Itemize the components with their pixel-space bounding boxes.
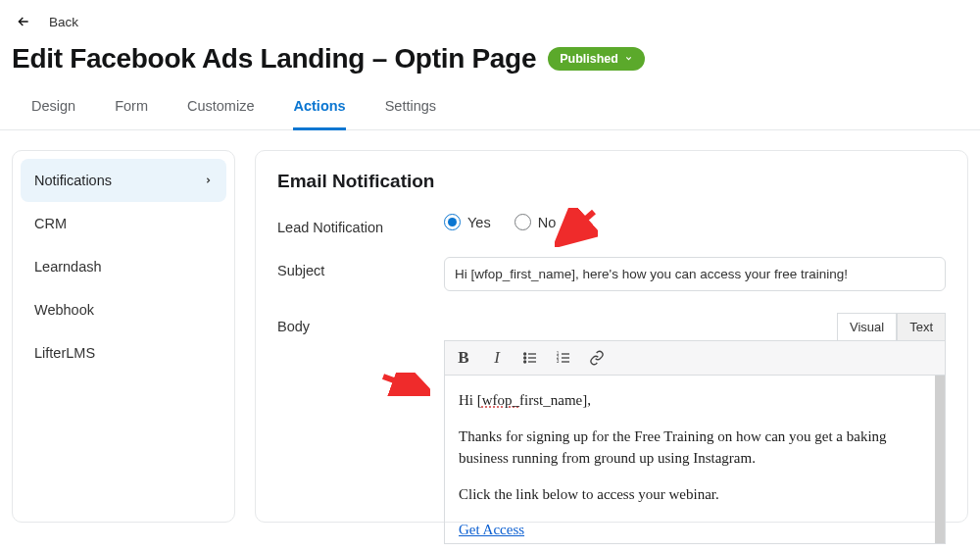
sidebar-item-notifications[interactable]: Notifications [21, 159, 226, 202]
back-label[interactable]: Back [49, 15, 78, 29]
subject-label: Subject [277, 257, 444, 278]
get-access-link[interactable]: Get Access [459, 522, 524, 537]
tab-actions[interactable]: Actions [293, 86, 345, 130]
lead-notification-label: Lead Notification [277, 214, 444, 235]
italic-icon[interactable]: I [486, 347, 508, 369]
body-editor[interactable]: Hi [wfop_first_name], Thanks for signing… [444, 376, 946, 544]
svg-point-2 [524, 357, 526, 359]
sidebar-item-label: Learndash [34, 259, 102, 275]
tab-customize[interactable]: Customize [187, 86, 255, 129]
numbered-list-icon[interactable]: 123 [553, 347, 574, 369]
status-badge-label: Published [560, 52, 618, 66]
svg-text:3: 3 [557, 359, 560, 364]
radio-icon [514, 214, 531, 230]
row-body: Body Visual Text B I 123 [277, 313, 946, 544]
sidebar-item-label: Notifications [34, 173, 112, 188]
sidebar-item-label: Webhook [34, 302, 94, 318]
scrollbar[interactable] [935, 376, 945, 543]
editor-tabs: Visual Text [444, 313, 946, 340]
radio-label: No [538, 215, 557, 230]
radio-yes[interactable]: Yes [444, 214, 491, 230]
sidebar-item-learndash[interactable]: Learndash [21, 245, 226, 288]
sidebar-item-crm[interactable]: CRM [21, 202, 226, 245]
radio-label: Yes [467, 215, 491, 230]
bold-icon[interactable]: B [453, 347, 474, 369]
svg-point-0 [524, 353, 526, 355]
chevron-right-icon [204, 173, 213, 188]
section-heading: Email Notification [277, 171, 946, 192]
editor-tab-visual[interactable]: Visual [837, 313, 897, 340]
title-row: Edit Facebook Ads Landing – Optin Page P… [0, 29, 980, 86]
page-title: Edit Facebook Ads Landing – Optin Page [12, 43, 536, 75]
bulleted-list-icon[interactable] [519, 347, 541, 369]
tab-design[interactable]: Design [31, 86, 75, 129]
chevron-down-icon [624, 52, 633, 66]
sidebar: Notifications CRM Learndash Webhook Lift… [12, 150, 235, 523]
main-area: Notifications CRM Learndash Webhook Lift… [0, 130, 980, 542]
content-panel: Email Notification Lead Notification Yes… [255, 150, 968, 523]
body-paragraph-2: Click the link below to access your webi… [459, 483, 931, 506]
body-paragraph-1: Thanks for signing up for the Free Train… [459, 426, 931, 470]
svg-point-4 [524, 361, 526, 363]
sidebar-item-label: CRM [34, 216, 67, 231]
sidebar-item-label: LifterLMS [34, 345, 95, 361]
tab-form[interactable]: Form [115, 86, 148, 129]
body-label: Body [277, 313, 444, 334]
back-row: Back [0, 0, 980, 29]
link-icon[interactable] [586, 347, 608, 369]
editor-toolbar: B I 123 [444, 340, 946, 376]
editor-tab-text[interactable]: Text [897, 313, 946, 340]
tabs: Design Form Customize Actions Settings [0, 86, 980, 130]
status-badge[interactable]: Published [548, 47, 645, 71]
tab-settings[interactable]: Settings [385, 86, 436, 129]
sidebar-item-lifterlms[interactable]: LifterLMS [21, 331, 226, 375]
back-icon[interactable] [16, 14, 31, 29]
row-lead-notification: Lead Notification Yes No [277, 214, 946, 235]
radio-icon [444, 214, 461, 230]
body-line-greeting: Hi [wfop_first_name], [459, 389, 931, 412]
subject-input[interactable] [444, 257, 946, 291]
row-subject: Subject [277, 257, 946, 291]
lead-notification-radio-group: Yes No [444, 214, 556, 230]
sidebar-item-webhook[interactable]: Webhook [21, 288, 226, 331]
radio-no[interactable]: No [514, 214, 557, 230]
